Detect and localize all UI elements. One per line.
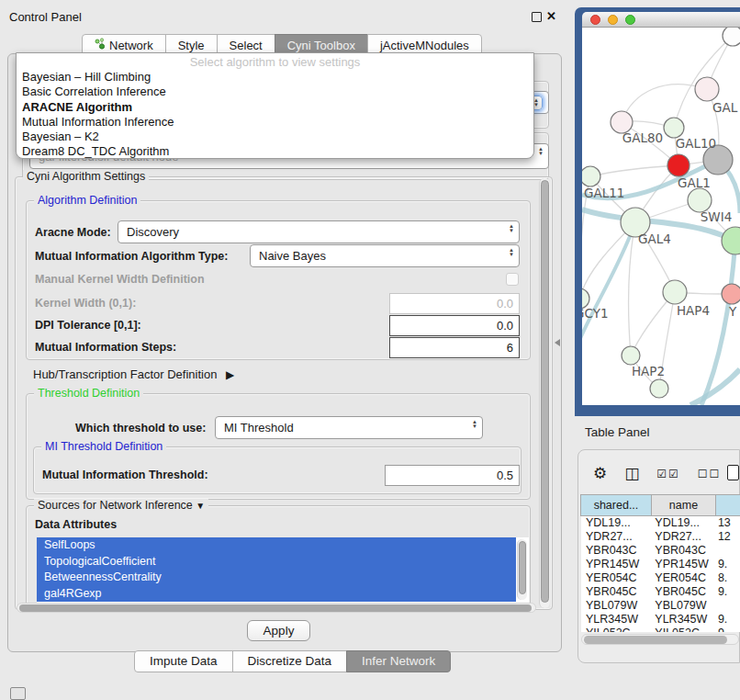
attribute-item[interactable]: TopologicalCoefficient xyxy=(37,554,516,570)
algorithm-option[interactable]: Bayesian – Hill Climbing xyxy=(17,70,533,85)
combo-spinner-icon[interactable]: ▲▼ xyxy=(538,147,544,156)
table-row[interactable]: YER054CYER054C8. xyxy=(581,571,740,585)
table-cell: YDR27... xyxy=(581,530,650,544)
combo-spinner-icon[interactable]: ▲▼ xyxy=(509,248,514,257)
column-header[interactable] xyxy=(715,494,740,516)
hub-definition-toggle[interactable]: Hub/Transcription Factor Definition ▶ xyxy=(33,367,234,381)
network-edge-highlighted[interactable] xyxy=(582,222,635,344)
group-title: Sources for Network Inference ▼ xyxy=(34,499,208,512)
table-header: shared...name xyxy=(581,494,740,516)
tab-discretize-data[interactable]: Discretize Data xyxy=(232,650,348,672)
tab-label: Cyni Toolbox xyxy=(287,39,355,52)
mi-threshold-field[interactable]: 0.5 xyxy=(385,465,520,486)
float-panel-icon[interactable] xyxy=(532,12,542,22)
close-icon[interactable]: ✕ xyxy=(546,9,556,23)
which-threshold-value: MI Threshold xyxy=(224,421,294,435)
which-threshold-label: Which threshold to use: xyxy=(75,422,206,435)
algorithm-option[interactable]: ARACNE Algorithm xyxy=(17,100,533,115)
column-header[interactable]: shared... xyxy=(580,494,652,516)
network-edge[interactable] xyxy=(590,165,678,176)
table-cell: YLR345W xyxy=(650,613,713,627)
table-cell: YER054C xyxy=(650,571,713,585)
network-node-gal11[interactable] xyxy=(582,166,600,186)
network-node-gal10[interactable] xyxy=(664,118,684,138)
attribute-item[interactable]: BetweennessCentrality xyxy=(37,570,516,586)
network-node-gal1[interactable] xyxy=(667,154,690,176)
settings-scrollbar[interactable] xyxy=(539,178,550,608)
collapse-down-icon[interactable]: ▼ xyxy=(196,501,205,511)
mi-steps-label: Mutual Information Steps: xyxy=(35,341,176,354)
attribute-item[interactable]: SelfLoops xyxy=(37,537,516,554)
network-edge[interactable] xyxy=(622,85,707,122)
minimize-traffic-icon[interactable] xyxy=(608,15,618,25)
algorithm-option[interactable]: Bayesian – K2 xyxy=(17,130,533,144)
table-row[interactable]: YBL079WYBL079W xyxy=(581,599,740,613)
dropdown-placeholder: Select algorithm to view settings xyxy=(17,53,533,70)
table-panel-title: Table Panel xyxy=(585,425,650,439)
apply-button[interactable]: Apply xyxy=(247,620,310,641)
node-label: Y xyxy=(728,304,737,319)
network-window-titlebar[interactable] xyxy=(582,12,740,28)
node-label: GAL80 xyxy=(622,130,663,145)
split-columns-icon[interactable]: ◫ xyxy=(624,464,639,483)
attributes-scrollbar[interactable] xyxy=(517,539,527,600)
network-edge-highlighted[interactable] xyxy=(690,369,740,405)
table-row[interactable]: YBR043CYBR043C xyxy=(581,544,740,558)
scrollbar-thumb[interactable] xyxy=(519,541,526,594)
scrollbar-thumb[interactable] xyxy=(541,180,549,603)
kernel-width-field[interactable]: 0.0 xyxy=(389,293,520,314)
network-node[interactable] xyxy=(650,379,668,398)
zoom-traffic-icon[interactable] xyxy=(625,15,635,25)
tab-label: Network xyxy=(109,39,153,52)
tab-impute-data[interactable]: Impute Data xyxy=(134,650,233,672)
network-edge[interactable] xyxy=(629,222,635,356)
table-cell: 9. xyxy=(713,558,740,571)
network-node-y[interactable] xyxy=(722,284,740,304)
expand-right-icon[interactable]: ▶ xyxy=(226,368,234,381)
table-toolbar: ⚙◫☑☑☐☐ xyxy=(593,464,721,483)
network-node[interactable] xyxy=(722,227,740,254)
tab-infer-network[interactable]: Infer Network xyxy=(346,650,451,672)
scrollbar-thumb[interactable] xyxy=(584,636,727,644)
unchecked-boxes-icon[interactable]: ☐☐ xyxy=(698,468,722,480)
manual-kernel-checkbox[interactable] xyxy=(506,273,519,286)
checked-boxes-icon[interactable]: ☑☑ xyxy=(656,468,680,480)
table-row[interactable]: YPR145WYPR145W9. xyxy=(581,558,740,571)
network-node-hap4[interactable] xyxy=(663,280,687,304)
aracne-mode-combo[interactable]: Discovery ▲▼ xyxy=(118,220,520,243)
network-canvas[interactable]: GALGAL80GAL10GAL1GAL11SWI4GAL4GCY1HAP4YH… xyxy=(582,28,740,405)
bottom-tab-bar: Impute DataDiscretize DataInfer Network xyxy=(135,650,451,672)
document-icon[interactable] xyxy=(727,465,739,480)
table-row[interactable]: YIL052CYIL052C9 xyxy=(581,627,740,632)
table-row[interactable]: YLR345WYLR345W9. xyxy=(581,613,740,627)
table-cell: 12 xyxy=(713,530,740,544)
network-graph[interactable]: GALGAL80GAL10GAL1GAL11SWI4GAL4GCY1HAP4YH… xyxy=(582,28,740,405)
network-node[interactable] xyxy=(723,28,740,46)
algorithm-option[interactable]: Basic Correlation Inference xyxy=(17,85,533,99)
settings-gear-icon[interactable]: ⚙ xyxy=(593,464,607,483)
collapsed-panel-box[interactable] xyxy=(10,687,26,700)
table-hscrollbar[interactable] xyxy=(581,634,739,645)
splitpane-collapse-icon[interactable] xyxy=(555,339,560,346)
column-header[interactable]: name xyxy=(651,494,716,516)
data-attributes-list[interactable]: SelfLoopsTopologicalCoefficientBetweenne… xyxy=(37,537,529,603)
network-node-hap2[interactable] xyxy=(622,346,640,365)
network-node-gal[interactable] xyxy=(695,77,719,101)
table-row[interactable]: YDR27...YDR27...12 xyxy=(581,530,740,544)
group-title: MI Threshold Definition xyxy=(41,440,166,453)
attribute-item[interactable]: gal4RGexp xyxy=(37,586,516,603)
algorithm-option[interactable]: Mutual Information Inference xyxy=(17,115,533,130)
combo-spinner-icon[interactable]: ▲▼ xyxy=(509,224,514,233)
mi-type-combo[interactable]: Naive Bayes ▲▼ xyxy=(250,244,520,267)
scrollbar-thumb[interactable] xyxy=(19,604,532,612)
settings-hscrollbar[interactable] xyxy=(17,603,536,613)
combo-spinner-icon[interactable]: ▲▼ xyxy=(472,420,477,429)
table-row[interactable]: YDL19...YDL19...13 xyxy=(581,516,740,530)
dpi-tolerance-field[interactable]: 0.0 xyxy=(389,315,520,336)
which-threshold-combo[interactable]: MI Threshold ▲▼ xyxy=(215,416,483,439)
close-traffic-icon[interactable] xyxy=(590,15,600,25)
mi-steps-field[interactable]: 6 xyxy=(389,337,520,358)
algorithm-option[interactable]: Dream8 DC_TDC Algorithm xyxy=(17,144,533,159)
table-row[interactable]: YBR045CYBR045C9. xyxy=(581,585,740,599)
node-label: HAP2 xyxy=(632,364,665,378)
